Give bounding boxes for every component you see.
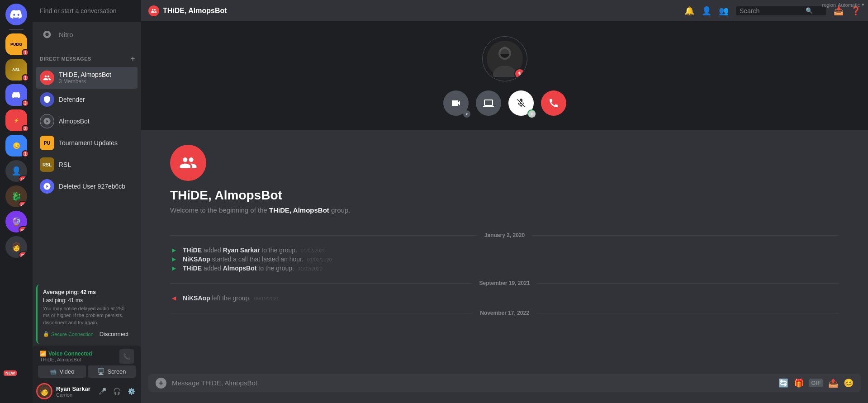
server-red[interactable]: ⚡ 3 — [5, 109, 27, 131]
msg-time-3: 01/02/2020 — [298, 266, 323, 271]
welcome-description: Welcome to the beginning of the THiDE, A… — [170, 206, 839, 214]
user-details: Ryan Sarkar Carrion — [56, 385, 92, 398]
dm-info-tournament: Tournament Updates — [59, 139, 134, 147]
phone-disconnect-icon: 📞 — [123, 353, 130, 360]
home-button[interactable] — [5, 4, 27, 25]
mute-call-button[interactable]: ▾ — [508, 90, 534, 116]
dm-name-defender: Defender — [59, 96, 134, 103]
current-user-status: Carrion — [56, 392, 92, 398]
server-206[interactable]: 👩 206 — [5, 236, 27, 258]
video-icon: 📹 — [49, 368, 57, 375]
server-blue[interactable]: 😊 1 — [5, 135, 27, 156]
region-value: Automatic — [838, 2, 860, 8]
server-asl-label: ASL — [12, 67, 20, 72]
last-ping-value: 41 ms — [68, 297, 83, 303]
headset-button[interactable]: 🎧 — [110, 385, 123, 398]
dm-info-deleted: Deleted User 927eb6cb — [59, 183, 134, 190]
dm-item-almopsbot[interactable]: AlmopsBot — [36, 110, 138, 132]
search-icon: 🔍 — [806, 7, 813, 14]
dm-avatar-rsl: RSL — [40, 157, 54, 172]
disconnect-voice-button[interactable]: 📞 — [119, 349, 134, 364]
search-bar-input[interactable] — [740, 7, 803, 14]
last-ping-label: Last ping: — [43, 297, 66, 303]
lock-icon: 🔒 — [43, 331, 49, 337]
call-participant-avatar — [482, 36, 527, 81]
avg-ping-value: 42 ms — [81, 289, 96, 295]
upload-icon[interactable]: 📤 — [828, 378, 838, 388]
dm-item-tournament[interactable]: PU Tournament Updates — [36, 132, 138, 154]
dm-name-thide: THiDE, AlmopsBot — [59, 71, 134, 78]
server-pubg-badge: 1 — [22, 49, 29, 56]
mute-button[interactable]: 🎤 — [96, 385, 109, 398]
ping-popup: Average ping: 42 ms Last ping: 41 ms You… — [36, 284, 138, 344]
voice-server-name: THiDE, AlmopsBot — [40, 357, 92, 362]
refresh-icon[interactable]: 🔄 — [778, 378, 788, 388]
screen-share-call-button[interactable] — [476, 90, 501, 116]
user-controls: 🎤 🎧 ⚙️ — [96, 385, 138, 398]
chat-input-box: + 🔄 🎁 GIF 📤 😊 — [148, 374, 861, 392]
server-asl-badge: 1 — [22, 74, 29, 81]
user-info-bar[interactable]: 🧑 Ryan Sarkar Carrion 🎤 🎧 ⚙️ NEW — [33, 379, 141, 403]
voice-connected-panel: 📶 Voice Connected THiDE, AlmopsBot 📞 📹 V… — [33, 346, 141, 379]
server-asl[interactable]: ASL 1 — [5, 59, 27, 81]
video-dropdown-icon[interactable]: ▾ — [463, 110, 470, 118]
dm-item-thide-almopsbot[interactable]: THiDE, AlmopsBot 3 Members — [36, 67, 138, 89]
end-call-button[interactable] — [541, 90, 566, 116]
server-449[interactable]: 🔮 449 — [5, 211, 27, 232]
dm-item-defender[interactable]: Defender — [36, 89, 138, 110]
system-msg-text-2: NiKSAop started a call that lasted an ho… — [183, 256, 332, 263]
attach-button[interactable]: + — [156, 378, 166, 389]
server-280-badge: 280 — [19, 201, 27, 207]
server-pubg[interactable]: PUBG 1 — [5, 33, 27, 55]
disconnect-button[interactable]: Disconnect — [96, 329, 132, 339]
server-red-label: ⚡ — [14, 118, 19, 123]
video-button[interactable]: ▾ — [443, 90, 469, 116]
dm-info-thide: THiDE, AlmopsBot 3 Members — [59, 71, 134, 85]
dm-name-deleted: Deleted User 927eb6cb — [59, 183, 134, 190]
system-msg-text-1: THiDE added Ryan Sarkar to the group. 01… — [183, 247, 326, 254]
server-280[interactable]: 🐉 280 — [5, 185, 27, 207]
headset-icon: 🎧 — [113, 388, 121, 395]
notifications-icon[interactable]: 🔔 — [684, 6, 694, 16]
server-discord2[interactable]: 3 — [5, 84, 27, 106]
msg-time-1: 01/02/2020 — [301, 248, 326, 253]
video-toggle-button[interactable]: 📹 Video — [38, 365, 86, 378]
dm-sidebar: Nitro DIRECT MESSAGES + THiDE, AlmopsBot… — [33, 0, 141, 403]
dm-list: THiDE, AlmopsBot 3 Members Defender — [33, 65, 141, 284]
server-160-badge: 160 — [19, 175, 27, 182]
call-controls: ▾ ▾ — [443, 90, 566, 116]
server-280-label: 🐉 — [11, 191, 21, 201]
dm-avatar-defender — [40, 92, 54, 107]
system-msg-text-3: THiDE added AlmopsBot to the group. 01/0… — [183, 265, 323, 272]
gif-icon[interactable]: GIF — [809, 379, 823, 387]
group-name-bold: THiDE, AlmopsBot — [269, 206, 329, 214]
add-dm-button[interactable]: + — [128, 54, 138, 63]
mute-dropdown-icon[interactable]: ▾ — [528, 110, 536, 118]
gift-icon[interactable]: 🎁 — [794, 378, 804, 388]
message-input[interactable] — [172, 374, 773, 392]
emoji-icon[interactable]: 😊 — [844, 378, 854, 388]
screen-share-button[interactable]: 🖥️ Screen — [88, 365, 136, 378]
current-user-name: Ryan Sarkar — [56, 385, 92, 392]
members-icon[interactable]: 👥 — [719, 6, 729, 16]
avg-ping-label: Average ping: — [43, 289, 79, 295]
chevron-down-icon: ▾ — [862, 2, 864, 8]
arrow-right-icon-2: ▶ — [170, 265, 177, 271]
settings-button[interactable]: ⚙️ — [125, 385, 138, 398]
dm-name-rsl: RSL — [59, 161, 134, 168]
add-friend-icon[interactable]: 👤 — [702, 6, 711, 16]
search-bar[interactable]: 🔍 — [736, 6, 826, 15]
mute-indicator — [514, 68, 525, 79]
top-bar: THiDE, AlmopsBot 🔔 👤 👥 🔍 📥 ❓ region Auto… — [141, 0, 868, 22]
chat-area: THiDE, AlmopsBot Welcome to the beginnin… — [141, 130, 868, 374]
nitro-label: Nitro — [59, 31, 73, 38]
dm-item-deleted-user[interactable]: Deleted User 927eb6cb — [36, 175, 138, 197]
server-160[interactable]: 👤 160 — [5, 160, 27, 182]
date-label-sep: September 19, 2021 — [479, 280, 530, 286]
date-label-jan: January 2, 2020 — [484, 232, 525, 238]
search-input[interactable] — [36, 5, 138, 17]
dm-item-rsl[interactable]: RSL RSL — [36, 154, 138, 175]
nitro-icon — [40, 27, 54, 42]
nitro-item[interactable]: Nitro — [36, 24, 138, 45]
dm-avatar-thide — [40, 71, 54, 85]
